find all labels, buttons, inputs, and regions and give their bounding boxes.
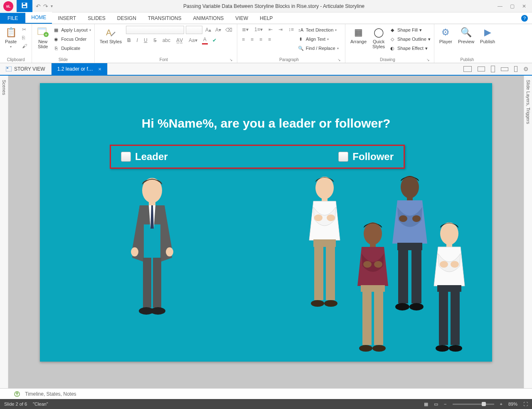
focus-order-button[interactable]: ◉Focus Order — [53, 35, 91, 43]
gear-icon[interactable]: ⚙ — [523, 66, 529, 72]
close-icon[interactable]: ✕ — [522, 3, 526, 9]
slide-canvas[interactable]: Hi %Name%, are you a leader or follower?… — [40, 83, 492, 362]
justify-icon[interactable]: ≡ — [267, 36, 272, 43]
stage[interactable]: Hi %Name%, are you a leader or follower?… — [8, 76, 524, 388]
leader-option[interactable]: Leader — [121, 151, 168, 163]
tab-home[interactable]: HOME — [25, 12, 52, 24]
paste-button[interactable]: 📋 Paste ▾ — [3, 26, 18, 49]
grow-font-icon[interactable]: A▴ — [204, 26, 212, 34]
align-text-button[interactable]: ⬍Align Text ▾ — [298, 35, 339, 43]
undo-icon[interactable]: ↶ — [36, 3, 41, 10]
format-painter-icon[interactable]: 🖌 — [21, 42, 28, 50]
paste-icon: 📋 — [5, 27, 17, 38]
align-center-icon[interactable]: ≡ — [249, 36, 255, 43]
scenes-panel-collapsed[interactable]: Scenes — [0, 76, 8, 388]
tab-file[interactable]: FILE — [0, 13, 25, 24]
new-slide-button[interactable]: + New Slide — [35, 26, 50, 50]
leader-character[interactable] — [119, 175, 185, 320]
cut-icon[interactable]: ✂ — [21, 26, 28, 33]
leader-checkbox[interactable] — [121, 152, 131, 162]
font-family-select[interactable] — [126, 26, 184, 34]
apply-layout-button[interactable]: ▦Apply Layout ▾ — [53, 26, 91, 34]
grid-view-icon[interactable]: ▦ — [424, 402, 428, 407]
tab-help[interactable]: HELP — [254, 13, 278, 24]
help-icon[interactable]: ? — [521, 15, 528, 22]
highlight-icon[interactable]: A̲V̲ — [175, 37, 184, 44]
strike-icon[interactable]: S̶ — [152, 37, 158, 44]
line-spacing-icon[interactable]: ↕≡ — [287, 26, 295, 33]
svg-rect-2 — [23, 6, 26, 7]
tab-design[interactable]: DESIGN — [111, 13, 142, 24]
shadow-icon[interactable]: abc — [161, 37, 172, 44]
follower-character-3[interactable] — [342, 219, 404, 361]
leader-label: Leader — [135, 151, 168, 163]
copy-icon[interactable]: ⎘ — [21, 34, 28, 42]
story-view-tab[interactable]: STORY VIEW — [0, 63, 52, 75]
qat-dropdown-icon[interactable]: ▾ — [51, 4, 53, 8]
italic-icon[interactable]: I — [135, 37, 139, 44]
tab-view[interactable]: VIEW — [229, 13, 254, 24]
svg-point-39 — [374, 261, 382, 268]
text-direction-button[interactable]: ↕AText Direction ▾ — [298, 26, 339, 34]
arrange-button[interactable]: ▦Arrange — [349, 26, 368, 45]
zoom-in-icon[interactable]: + — [500, 402, 502, 407]
spellcheck-icon[interactable]: ✔ — [211, 37, 218, 44]
save-icon[interactable] — [20, 2, 29, 10]
shape-outline-button[interactable]: ◇Shape Outline ▾ — [389, 35, 431, 43]
case-icon[interactable]: Aa▾ — [187, 37, 199, 44]
phone-portrait-icon[interactable] — [514, 66, 517, 72]
zoom-slider[interactable] — [453, 404, 494, 405]
underline-icon[interactable]: U — [143, 37, 149, 44]
quick-styles-button[interactable]: ◯Quick Styles — [371, 26, 387, 50]
close-tab-icon[interactable]: ✕ — [98, 67, 101, 71]
tab-insert[interactable]: INSERT — [52, 13, 82, 24]
duplicate-button[interactable]: ⎘Duplicate — [53, 44, 91, 52]
tablet-landscape-icon[interactable] — [478, 67, 485, 71]
fit-window-icon[interactable]: ⛶ — [523, 402, 528, 407]
options-selection-box[interactable]: Leader Follower — [110, 145, 405, 169]
timeline-panel-collapsed[interactable]: Timeline, States, Notes — [0, 388, 532, 399]
layers-panel-collapsed[interactable]: Slide Layers, Triggers — [524, 76, 532, 388]
indent-icon[interactable]: ⇥ — [277, 26, 284, 33]
shape-effect-button[interactable]: ◐Shape Effect ▾ — [389, 44, 431, 52]
paragraph-dialog-icon[interactable]: ↘ — [337, 58, 342, 62]
scenes-label: Scenes — [2, 80, 7, 95]
drawing-dialog-icon[interactable]: ↘ — [426, 58, 431, 62]
minimize-icon[interactable]: — — [498, 3, 502, 9]
tablet-portrait-icon[interactable] — [491, 66, 495, 72]
align-left-icon[interactable]: ≡ — [241, 36, 246, 43]
font-dialog-icon[interactable]: ↘ — [229, 58, 234, 62]
font-size-select[interactable] — [186, 26, 202, 34]
preview-button[interactable]: 🔍Preview — [456, 26, 476, 45]
text-styles-button[interactable]: A Text Styles — [98, 26, 123, 45]
outdent-icon[interactable]: ⇤ — [267, 26, 274, 33]
single-view-icon[interactable]: ▭ — [434, 402, 438, 407]
desktop-preview-icon[interactable] — [463, 66, 472, 72]
numbering-icon[interactable]: 1≡▾ — [253, 26, 264, 33]
follower-character-4[interactable] — [418, 219, 480, 361]
svg-rect-40 — [361, 285, 385, 292]
slide-tab[interactable]: 1.2 leader or f… ✕ — [52, 63, 108, 75]
shape-fill-button[interactable]: ◆Shape Fill ▾ — [389, 26, 431, 34]
shrink-font-icon[interactable]: A▾ — [214, 26, 222, 34]
maximize-icon[interactable]: ▢ — [510, 3, 515, 9]
tab-transitions[interactable]: TRANSITIONS — [142, 13, 187, 24]
group-slide: + New Slide ▦Apply Layout ▾ ◉Focus Order… — [32, 24, 95, 63]
align-right-icon[interactable]: ≡ — [258, 36, 264, 43]
follower-checkbox[interactable] — [338, 152, 348, 162]
svg-point-13 — [166, 247, 173, 256]
find-replace-button[interactable]: 🔍Find / Replace ▾ — [298, 44, 339, 52]
follower-option[interactable]: Follower — [338, 151, 394, 163]
redo-icon[interactable]: ↷ — [43, 3, 48, 10]
bullets-icon[interactable]: ≣▾ — [241, 26, 250, 33]
player-button[interactable]: ⚙Player — [438, 26, 454, 45]
bold-icon[interactable]: B — [126, 37, 132, 44]
clear-format-icon[interactable]: ⌫ — [224, 26, 234, 34]
publish-button[interactable]: ▶Publish — [478, 26, 497, 45]
zoom-out-icon[interactable]: − — [444, 402, 446, 407]
phone-landscape-icon[interactable] — [501, 67, 508, 71]
tab-animations[interactable]: ANIMATIONS — [187, 13, 230, 24]
slide-heading[interactable]: Hi %Name%, are you a leader or follower? — [40, 116, 492, 131]
font-color-icon[interactable]: A — [202, 36, 208, 44]
tab-slides[interactable]: SLIDES — [82, 13, 111, 24]
